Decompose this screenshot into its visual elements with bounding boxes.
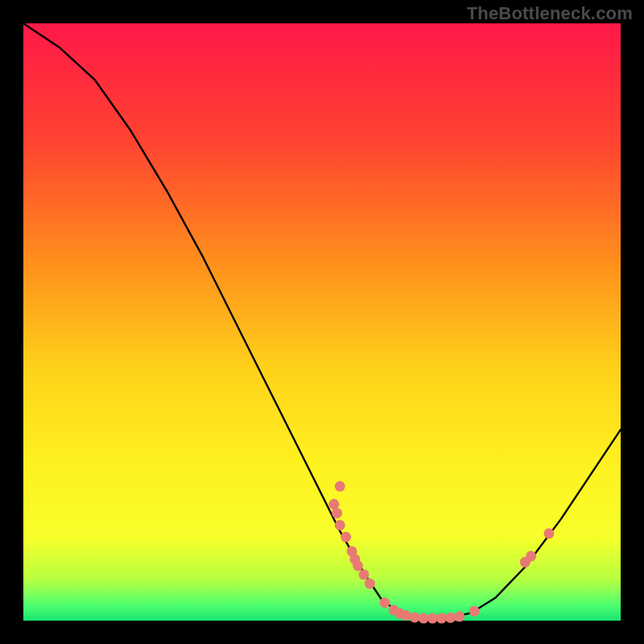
watermark-label: TheBottleneck.com [467, 3, 633, 24]
scatter-point [358, 569, 369, 580]
scatter-point [379, 597, 390, 608]
scatter-point [419, 613, 429, 624]
scatter-point [469, 606, 480, 617]
scatter-point [436, 613, 447, 624]
scatter-point [454, 611, 464, 621]
chart-frame: TheBottleneck.com [0, 0, 644, 644]
scatter-point [328, 499, 339, 510]
bottleneck-chart [0, 0, 644, 644]
scatter-point [526, 551, 536, 561]
scatter-point [332, 508, 342, 518]
scatter-point [353, 560, 363, 571]
scatter-point [365, 579, 375, 589]
scatter-point [410, 612, 420, 622]
scatter-point [341, 532, 351, 543]
plot-background [23, 23, 621, 621]
scatter-point [400, 610, 411, 621]
scatter-point [335, 481, 345, 492]
scatter-point [335, 520, 345, 530]
scatter-point [543, 528, 554, 539]
scatter-point [445, 613, 456, 623]
scatter-point [427, 613, 438, 624]
